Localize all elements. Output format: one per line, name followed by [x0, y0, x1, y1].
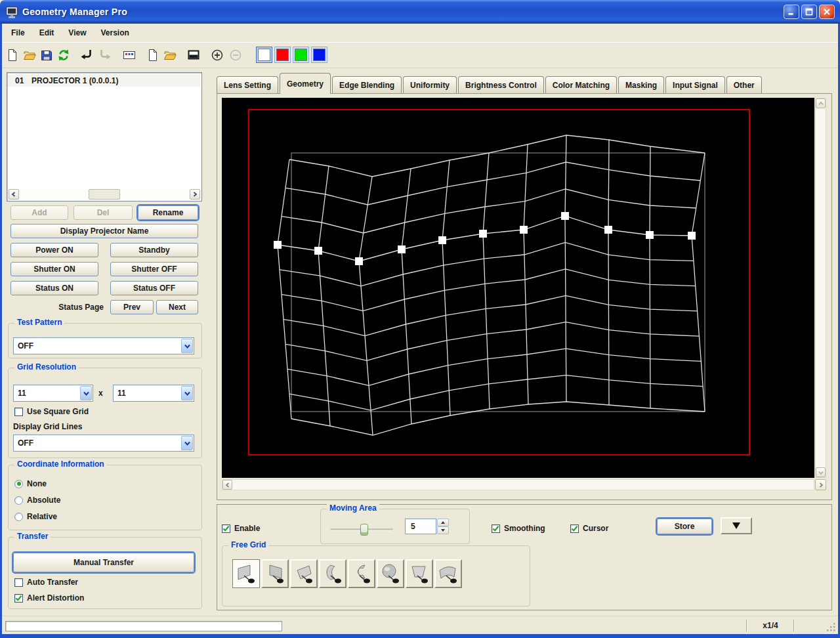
geometry-canvas[interactable] [222, 98, 814, 478]
stepper-up-icon[interactable] [437, 519, 449, 526]
grid-handle[interactable] [398, 245, 406, 253]
grid-handle[interactable] [274, 241, 282, 249]
free-grid-screen-curved-icon[interactable] [434, 559, 462, 588]
scroll-left-icon[interactable] [222, 480, 232, 490]
red-swatch[interactable] [274, 47, 291, 63]
projector-panel-icon[interactable] [121, 47, 138, 64]
test-pattern-select[interactable]: OFF [13, 337, 194, 354]
tab-other[interactable]: Other [726, 76, 762, 93]
moving-area-slider-thumb[interactable] [360, 524, 368, 536]
chevron-down-icon[interactable] [181, 339, 193, 353]
projector-list-item[interactable]: 01 PROJECTOR 1 (0.0.0.1) [8, 74, 201, 87]
grid-handle[interactable] [479, 230, 487, 238]
tab-lens-setting[interactable]: Lens Setting [217, 76, 278, 93]
chevron-down-icon[interactable] [181, 386, 193, 400]
scroll-thumb[interactable] [89, 189, 120, 200]
coordinate-absolute-radio[interactable]: Absolute [14, 496, 60, 505]
power-on-button[interactable]: Power ON [10, 243, 98, 257]
grid-handle[interactable] [688, 232, 696, 240]
stepper-down-icon[interactable] [437, 526, 449, 534]
scroll-track[interactable] [19, 189, 190, 200]
menu-item-view[interactable]: View [61, 24, 93, 42]
store-button[interactable]: Store [657, 519, 712, 534]
status-on-button[interactable]: Status ON [10, 281, 98, 295]
tab-input-signal[interactable]: Input Signal [665, 76, 725, 93]
grid-handle[interactable] [355, 257, 363, 265]
scroll-left-icon[interactable] [9, 189, 19, 200]
rename-button[interactable]: Rename [138, 205, 198, 220]
resize-grip[interactable] [827, 623, 836, 632]
next-button[interactable]: Next [156, 300, 198, 314]
free-grid-dome-icon[interactable] [377, 559, 404, 588]
grid-handle[interactable] [438, 236, 446, 244]
grid-handle[interactable] [646, 231, 654, 239]
grid-h-select[interactable]: 11 [13, 385, 93, 402]
tab-color-matching[interactable]: Color Matching [545, 76, 617, 93]
tab-uniformity[interactable]: Uniformity [403, 76, 457, 93]
canvas-vscrollbar[interactable] [815, 98, 826, 478]
tab-brightness-control[interactable]: Brightness Control [458, 76, 544, 93]
projector-list-hscrollbar[interactable] [9, 189, 200, 200]
moving-area-value-field[interactable]: 5 [405, 519, 436, 534]
blue-swatch[interactable] [311, 47, 327, 63]
scroll-right-icon[interactable] [190, 189, 200, 200]
standby-button[interactable]: Standby [110, 243, 198, 257]
projector-list[interactable]: 01 PROJECTOR 1 (0.0.0.1) [7, 72, 202, 202]
manual-transfer-button[interactable]: Manual Transfer [13, 553, 194, 572]
coordinate-none-radio[interactable]: None [14, 479, 47, 488]
status-off-button[interactable]: Status OFF [110, 281, 198, 295]
free-grid-cylinder-open-icon[interactable] [348, 559, 375, 588]
new-window-icon[interactable] [144, 47, 161, 64]
cursor-checkbox[interactable]: Cursor [570, 524, 608, 533]
store-dropdown-button[interactable] [721, 517, 752, 534]
grid-handle[interactable] [604, 226, 612, 234]
minimize-button[interactable] [784, 5, 799, 19]
scroll-down-icon[interactable] [816, 467, 826, 477]
smoothing-checkbox[interactable]: Smoothing [492, 524, 545, 533]
display-projector-name-button[interactable]: Display Projector Name [10, 224, 198, 238]
menu-item-version[interactable]: Version [93, 24, 136, 42]
menu-item-file[interactable]: File [4, 24, 32, 42]
auto-transfer-checkbox[interactable]: Auto Transfer [14, 578, 78, 587]
grid-handle[interactable] [561, 212, 569, 220]
grid-handle[interactable] [314, 247, 322, 255]
new-file-icon[interactable] [4, 47, 21, 64]
maximize-button[interactable] [801, 5, 817, 19]
chevron-down-icon[interactable] [181, 436, 193, 450]
undo-icon[interactable] [79, 47, 96, 64]
chevron-down-icon[interactable] [80, 386, 92, 400]
free-grid-screen-angled-right-icon[interactable] [261, 559, 289, 588]
white-swatch[interactable] [256, 47, 272, 63]
use-square-grid-checkbox[interactable]: Use Square Grid [14, 407, 89, 416]
open-window-icon[interactable] [161, 47, 178, 64]
prev-button[interactable]: Prev [110, 300, 154, 314]
green-swatch[interactable] [293, 47, 309, 63]
save-icon[interactable] [38, 47, 55, 64]
free-grid-screen-rear-icon[interactable] [406, 559, 433, 588]
alert-distortion-checkbox[interactable]: Alert Distortion [14, 593, 84, 603]
tab-geometry[interactable]: Geometry [280, 73, 331, 94]
tab-masking[interactable]: Masking [618, 76, 664, 93]
grid-v-select[interactable]: 11 [113, 385, 194, 402]
canvas-hscrollbar[interactable] [222, 479, 814, 490]
screen-icon[interactable] [185, 47, 202, 64]
coordinate-relative-radio[interactable]: Relative [14, 512, 57, 521]
scroll-right-icon[interactable] [815, 479, 826, 490]
shutter-on-button[interactable]: Shutter ON [10, 262, 98, 276]
tab-edge-blending[interactable]: Edge Blending [332, 76, 402, 93]
enable-checkbox[interactable]: Enable [222, 524, 260, 533]
grid-handle[interactable] [520, 226, 528, 234]
refresh-icon[interactable] [55, 47, 72, 64]
menu-item-edit[interactable]: Edit [32, 24, 62, 42]
add-button[interactable]: Add [10, 205, 68, 220]
scroll-up-icon[interactable] [816, 98, 826, 108]
display-grid-lines-select[interactable]: OFF [13, 435, 194, 452]
free-grid-cylinder-icon[interactable] [319, 559, 346, 588]
open-file-icon[interactable] [21, 47, 38, 64]
free-grid-screen-tilted-icon[interactable] [290, 559, 318, 588]
free-grid-screen-angled-left-icon[interactable] [232, 559, 260, 588]
zoom-in-icon[interactable] [209, 47, 226, 64]
del-button[interactable]: Del [74, 205, 133, 220]
close-button[interactable] [819, 5, 835, 19]
shutter-off-button[interactable]: Shutter OFF [110, 262, 198, 276]
